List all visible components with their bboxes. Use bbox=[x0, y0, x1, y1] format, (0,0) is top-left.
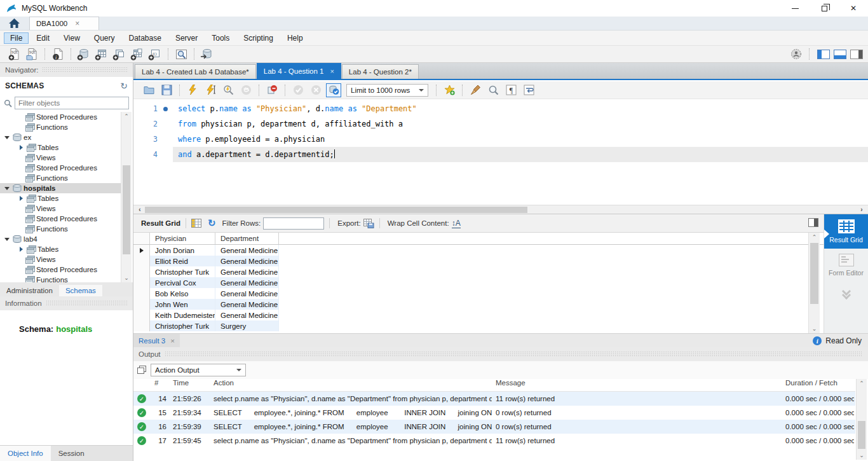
preferences-icon[interactable] bbox=[789, 47, 804, 61]
menu-file[interactable]: File bbox=[4, 32, 29, 44]
tree-item-stored-procedures[interactable]: Stored Procedures bbox=[0, 265, 121, 275]
cell[interactable]: John Dorian bbox=[150, 245, 215, 256]
tree-item-views[interactable]: Views bbox=[0, 153, 121, 163]
refresh-schemas-icon[interactable]: ↻ bbox=[120, 81, 128, 90]
output-row[interactable]: ✓1521:59:34SELECT employee.*, joining.* … bbox=[133, 406, 855, 420]
tree-item-functions[interactable]: Functions bbox=[0, 173, 121, 183]
cell[interactable]: Bob Kelso bbox=[150, 288, 215, 299]
editor-tab-3[interactable]: Lab 4 - Question 2* bbox=[342, 64, 419, 79]
wrap-text-icon[interactable] bbox=[521, 83, 536, 97]
search-data-icon[interactable] bbox=[173, 47, 189, 61]
open-sql-script-icon[interactable]: SQL bbox=[24, 47, 39, 61]
tree-item-views[interactable]: Views bbox=[0, 254, 121, 265]
scroll-left-icon[interactable]: ‹ bbox=[135, 205, 145, 214]
create-table-icon[interactable] bbox=[94, 47, 109, 61]
table-row[interactable]: John WenGeneral Medicine bbox=[133, 299, 824, 310]
tree-item-functions[interactable]: Functions bbox=[0, 224, 121, 234]
tree-item-tables[interactable]: Tables bbox=[0, 193, 121, 203]
editor-tab-1[interactable]: Lab 4 - Created Lab 4 Database* bbox=[135, 64, 256, 79]
connection-tab[interactable]: DBA1000 × bbox=[29, 17, 99, 30]
beautify-icon[interactable] bbox=[468, 83, 483, 97]
table-row[interactable]: Keith DudemeisterGeneral Medicine bbox=[133, 310, 824, 320]
close-button[interactable]: ✕ bbox=[839, 0, 868, 17]
scroll-up-icon[interactable]: ⌃ bbox=[857, 379, 867, 388]
menu-scripting[interactable]: Scripting bbox=[237, 32, 280, 44]
home-tab[interactable] bbox=[0, 16, 28, 30]
row-header[interactable] bbox=[133, 245, 150, 256]
table-row[interactable]: Christopher TurkGeneral Medicine bbox=[133, 266, 824, 277]
reconnect-dbms-icon[interactable] bbox=[200, 47, 215, 61]
stop-icon[interactable] bbox=[238, 83, 254, 97]
new-sql-tab-icon[interactable]: SQL bbox=[6, 47, 22, 61]
scroll-up-icon[interactable]: ⌃ bbox=[809, 233, 820, 242]
tree-item-ex[interactable]: ex bbox=[0, 132, 121, 142]
column-header-physician[interactable]: Physician bbox=[150, 233, 215, 244]
grid-columns-icon[interactable] bbox=[191, 219, 201, 228]
scroll-down-icon[interactable]: ⌄ bbox=[857, 451, 867, 460]
tree-item-functions[interactable]: Functions bbox=[0, 122, 121, 132]
row-header[interactable] bbox=[133, 320, 150, 331]
collapse-icon[interactable] bbox=[4, 187, 10, 190]
execute-icon[interactable] bbox=[185, 83, 200, 97]
editor-tab-2[interactable]: Lab 4 - Question 1× bbox=[257, 63, 341, 79]
expand-icon[interactable] bbox=[20, 196, 23, 201]
tab-object-info[interactable]: Object Info bbox=[0, 446, 51, 461]
tree-item-functions[interactable]: Functions bbox=[0, 275, 121, 282]
tab-administration[interactable]: Administration bbox=[0, 285, 59, 296]
cell[interactable]: Christopher Turk bbox=[150, 266, 215, 277]
cell[interactable]: Keith Dudemeister bbox=[150, 310, 215, 320]
row-header[interactable] bbox=[133, 256, 150, 266]
collapse-icon[interactable] bbox=[4, 238, 10, 241]
scroll-down-icon[interactable]: ⌄ bbox=[809, 324, 820, 333]
create-schema-icon[interactable] bbox=[76, 47, 92, 61]
cell[interactable]: General Medicine bbox=[215, 310, 279, 320]
menu-database[interactable]: Database bbox=[123, 32, 168, 44]
export-icon[interactable] bbox=[363, 219, 374, 228]
column-header-department[interactable]: Department bbox=[215, 233, 279, 244]
row-header[interactable] bbox=[133, 288, 150, 299]
toggle-output-area-icon[interactable] bbox=[834, 50, 846, 59]
tab-close-icon[interactable]: × bbox=[330, 67, 334, 75]
tree-item-stored-procedures[interactable]: Stored Procedures bbox=[0, 163, 121, 173]
cell[interactable]: General Medicine bbox=[215, 266, 279, 277]
explain-icon[interactable] bbox=[220, 83, 236, 97]
toggle-sidebar-icon[interactable] bbox=[817, 50, 830, 59]
scrollbar-thumb[interactable] bbox=[145, 207, 527, 213]
open-script-icon[interactable] bbox=[141, 83, 156, 97]
output-row[interactable]: ✓1621:59:39SELECT employee.*, joining.* … bbox=[133, 420, 855, 434]
refresh-grid-icon[interactable]: ↻ bbox=[208, 217, 216, 229]
grid-scrollbar[interactable]: ⌃ ⌄ bbox=[808, 233, 820, 333]
wrap-cell-content-icon[interactable]: ↕A bbox=[452, 219, 461, 228]
panel-overflow-icon[interactable] bbox=[824, 291, 868, 298]
expand-icon[interactable] bbox=[20, 247, 23, 252]
output-row[interactable]: ✓1421:59:26select p.name as "Physician",… bbox=[133, 392, 855, 406]
scroll-right-icon[interactable]: › bbox=[857, 205, 867, 214]
menu-query[interactable]: Query bbox=[88, 32, 121, 44]
collapse-icon[interactable] bbox=[4, 136, 10, 139]
row-header[interactable] bbox=[133, 299, 150, 310]
form-editor-button[interactable]: Form Editor bbox=[824, 249, 868, 282]
cell[interactable]: General Medicine bbox=[215, 299, 279, 310]
toggle-secondary-sidebar-icon[interactable] bbox=[850, 50, 863, 59]
tab-schemas[interactable]: Schemas bbox=[59, 285, 102, 296]
execute-current-icon[interactable] bbox=[203, 83, 218, 97]
output-mode-select[interactable]: Action Output bbox=[151, 364, 246, 376]
cell[interactable]: Elliot Reid bbox=[150, 256, 215, 266]
tree-item-stored-procedures[interactable]: Stored Procedures bbox=[0, 214, 121, 224]
cell[interactable]: Surgery bbox=[215, 320, 279, 331]
restore-button[interactable] bbox=[810, 0, 839, 17]
menu-help[interactable]: Help bbox=[281, 32, 309, 44]
cell[interactable]: General Medicine bbox=[215, 245, 279, 256]
result-tab[interactable]: Result 3 × bbox=[133, 334, 180, 348]
table-row[interactable]: Elliot ReidGeneral Medicine bbox=[133, 256, 824, 266]
find-icon[interactable] bbox=[485, 83, 501, 97]
tree-item-tables[interactable]: Tables bbox=[0, 244, 121, 254]
invisibles-icon[interactable]: ¶ bbox=[503, 83, 519, 97]
result-tab-close-icon[interactable]: × bbox=[170, 337, 175, 345]
menu-tools[interactable]: Tools bbox=[205, 32, 236, 44]
stop-on-error-icon[interactable] bbox=[264, 83, 280, 97]
commit-icon[interactable] bbox=[290, 83, 306, 97]
result-grid-view-button[interactable]: Result Grid bbox=[824, 214, 868, 249]
table-row[interactable]: Christopher TurkSurgery bbox=[133, 320, 824, 331]
minimize-button[interactable] bbox=[780, 0, 810, 17]
